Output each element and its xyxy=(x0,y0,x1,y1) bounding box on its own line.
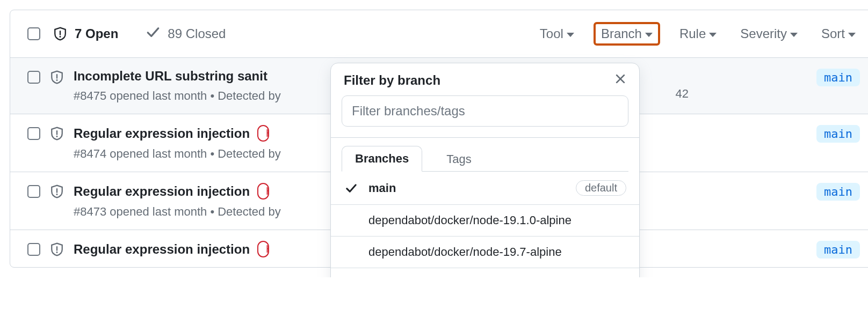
default-badge: default xyxy=(576,180,626,196)
caret-down-icon xyxy=(645,33,653,37)
filter-branch[interactable]: Branch xyxy=(594,22,660,46)
branch-name: dependabot/docker/node-19.1.0-alpine xyxy=(368,213,572,227)
branch-name: main xyxy=(368,181,396,195)
branch-item[interactable]: dependabot/docker/node-19.7-alpine xyxy=(331,237,639,268)
open-count-label: 7 Open xyxy=(75,26,118,41)
caret-down-icon xyxy=(790,33,798,37)
alert-title: Regular expression injection xyxy=(74,184,250,199)
open-filter[interactable]: 7 Open xyxy=(53,26,118,41)
alert-checkbox[interactable] xyxy=(27,127,40,140)
caret-down-icon xyxy=(848,33,856,37)
caret-down-icon xyxy=(709,33,717,37)
severity-pill: H xyxy=(257,183,269,200)
branch-item[interactable]: dependabot/docker/node-19.9-alpine xyxy=(331,268,639,277)
close-icon[interactable] xyxy=(614,73,626,88)
closed-count-label: 89 Closed xyxy=(168,26,226,41)
branch-list[interactable]: main default dependabot/docker/node-19.1… xyxy=(331,172,639,277)
severity-pill: H xyxy=(257,125,269,142)
tab-branches[interactable]: Branches xyxy=(342,146,422,172)
branch-badge: main xyxy=(816,183,860,201)
alert-meta: #8474 opened last month • Detected by xyxy=(74,147,321,161)
caret-down-icon xyxy=(567,33,574,37)
closed-filter[interactable]: 89 Closed xyxy=(146,25,226,42)
svg-point-1 xyxy=(60,36,61,38)
filter-severity[interactable]: Severity xyxy=(736,24,802,43)
alert-meta: #8475 opened last month • Detected by xyxy=(74,89,321,103)
shield-alert-icon xyxy=(50,126,64,141)
branch-name: dependabot/docker/node-19.9-alpine xyxy=(368,277,562,277)
meta-trail: 42 xyxy=(676,87,689,101)
tab-tags[interactable]: Tags xyxy=(433,146,484,172)
alert-checkbox[interactable] xyxy=(27,71,40,84)
alerts-panel: 7 Open 89 Closed Tool Branch Rule xyxy=(10,10,868,268)
alert-title: Regular expression injection xyxy=(74,126,250,141)
svg-point-3 xyxy=(56,79,58,81)
shield-alert-icon xyxy=(53,26,67,41)
alert-checkbox[interactable] xyxy=(27,243,40,256)
filter-tool[interactable]: Tool xyxy=(536,24,578,43)
shield-alert-icon xyxy=(50,184,64,199)
alert-title: Incomplete URL substring sanit xyxy=(74,69,267,84)
svg-point-9 xyxy=(56,252,58,253)
svg-point-5 xyxy=(56,136,58,137)
alert-checkbox[interactable] xyxy=(27,185,40,198)
shield-alert-icon xyxy=(50,70,64,85)
alert-title: Regular expression injection xyxy=(74,242,250,257)
check-icon xyxy=(146,25,160,42)
branch-badge: main xyxy=(816,241,860,259)
select-all-checkbox[interactable] xyxy=(27,27,40,40)
branch-badge: main xyxy=(816,69,860,86)
branch-item[interactable]: dependabot/docker/node-19.1.0-alpine xyxy=(331,205,639,237)
shield-alert-icon xyxy=(50,242,64,257)
branch-filter-input[interactable] xyxy=(342,95,628,127)
filter-rule[interactable]: Rule xyxy=(675,24,721,43)
alert-meta: #8473 opened last month • Detected by xyxy=(74,205,321,219)
list-header: 7 Open 89 Closed Tool Branch Rule xyxy=(10,10,868,58)
filter-sort[interactable]: Sort xyxy=(817,24,860,43)
branch-badge: main xyxy=(816,125,860,143)
svg-point-7 xyxy=(56,194,58,195)
popup-header: Filter by branch xyxy=(331,63,639,95)
branch-item[interactable]: main default xyxy=(331,172,639,205)
branch-name: dependabot/docker/node-19.7-alpine xyxy=(368,245,562,259)
branch-filter-popup: Filter by branch Branches Tags main xyxy=(330,63,640,277)
severity-pill: H xyxy=(257,241,269,257)
check-icon xyxy=(344,182,359,194)
popup-title: Filter by branch xyxy=(344,73,440,88)
